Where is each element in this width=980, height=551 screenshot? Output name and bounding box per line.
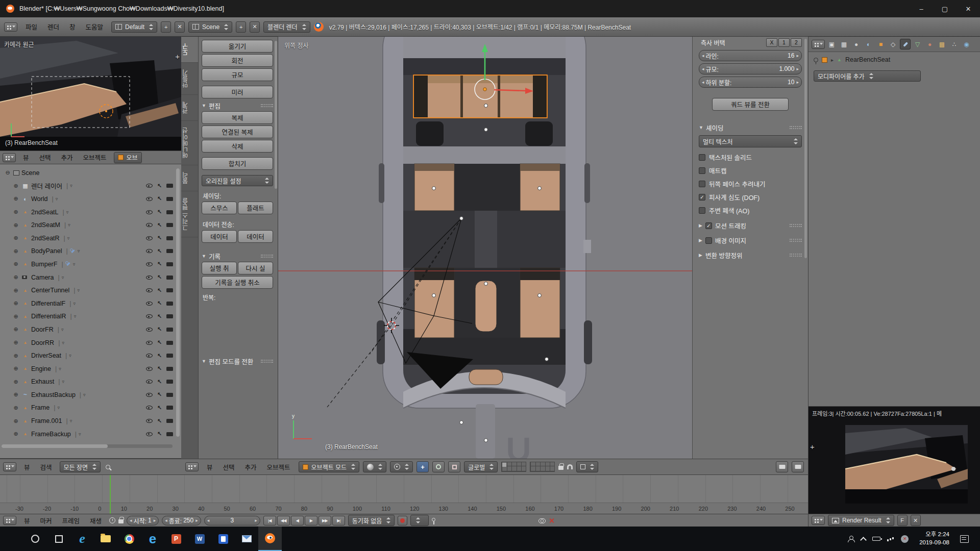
edge-icon[interactable] (70, 527, 94, 551)
opengl-render-anim-button[interactable] (792, 461, 804, 472)
render-visibility-camera-icon[interactable] (166, 249, 173, 253)
outliner-row[interactable]: ⊕ Engine ↖ (0, 362, 181, 375)
render-visibility-camera-icon[interactable] (166, 184, 173, 188)
add-scene-button[interactable]: + (236, 21, 246, 33)
action-center-icon[interactable] (960, 535, 969, 543)
render-layers-icon[interactable] (839, 39, 849, 49)
decrement-arrow-icon[interactable]: ◂ (702, 53, 704, 58)
panel-checkbox-icon[interactable] (705, 237, 712, 244)
frame-end-field[interactable]: ◂ 종료: 250 ▸ (162, 516, 201, 525)
panel-checkbox-icon[interactable] (705, 222, 712, 229)
expand-icon[interactable]: ⊕ (12, 222, 19, 229)
panel-grip-icon[interactable] (790, 126, 802, 129)
axis-toggle-button[interactable]: X (766, 38, 777, 47)
outliner-row[interactable]: ⊕ 2ndSeatM ↖ (0, 218, 181, 232)
region-expand-icon[interactable]: + (810, 442, 815, 451)
set-origin-dropdown[interactable]: 오리진을 설정 (202, 175, 273, 186)
panel-grip-icon[interactable] (790, 254, 802, 257)
tool-button[interactable]: 합치기 (202, 157, 273, 170)
snap-magnet-icon[interactable] (567, 464, 573, 469)
outliner-row[interactable]: ⊕ Camera ↖ (0, 271, 181, 284)
collapsed-panel[interactable]: ▶ 변환 방향정위 (699, 249, 802, 261)
blender-icon[interactable] (258, 527, 282, 551)
shading-panel-header[interactable]: ▼ 셰이딩 (699, 122, 802, 133)
visibility-eye-icon[interactable] (146, 276, 153, 280)
menu-item[interactable]: 선택 (35, 151, 56, 164)
tool-button[interactable]: 데이터 (202, 230, 237, 243)
tool-button[interactable]: 스무스 (202, 202, 237, 214)
menu-item[interactable]: 마커 (36, 514, 57, 527)
ie-icon[interactable] (141, 527, 164, 551)
increment-arrow-icon[interactable]: ▸ (796, 66, 799, 71)
visibility-eye-icon[interactable] (146, 236, 153, 240)
undo-history-button[interactable]: 기록을 실행 취소 (202, 276, 273, 289)
checkbox-icon[interactable] (699, 207, 705, 214)
outliner-row[interactable]: ⊕ DoorFR ↖ (0, 323, 181, 336)
auto-keyframe-record-button[interactable] (398, 516, 407, 525)
render-visibility-camera-icon[interactable] (166, 302, 173, 306)
battery-icon[interactable] (872, 537, 880, 541)
expand-icon[interactable]: ⊕ (12, 261, 19, 267)
timeline[interactable]: -30-20-100102030405060708090100110120130… (0, 474, 808, 514)
expand-icon[interactable]: ⊕ (12, 235, 19, 241)
expand-icon[interactable]: ⊕ (12, 300, 19, 307)
toolshelf-tab[interactable]: 물리 (181, 165, 198, 191)
visibility-eye-icon[interactable] (146, 354, 153, 358)
expand-icon[interactable]: ⊕ (12, 379, 19, 385)
selectability-cursor-icon[interactable]: ↖ (157, 209, 162, 215)
selectability-cursor-icon[interactable]: ↖ (157, 183, 162, 189)
render-visibility-camera-icon[interactable] (166, 354, 173, 358)
expand-icon[interactable]: ⊕ (12, 365, 19, 372)
fake-user-button[interactable]: F (897, 515, 908, 526)
playback-button[interactable]: ▶ (305, 516, 317, 525)
visibility-eye-icon[interactable] (146, 288, 153, 292)
image-editor[interactable]: 프레임:3| 시간:00:05.62 | Ve:28727Fa:27805La:… (808, 406, 980, 527)
collapse-icon[interactable]: ⊖ (4, 169, 11, 176)
tool-button[interactable]: 데이터 (238, 230, 273, 243)
shading-option[interactable]: 택스처된 솔리드 (699, 151, 802, 164)
expand-icon[interactable]: ⊕ (12, 274, 19, 281)
outliner-row-scene[interactable]: ⊖ Scene (0, 166, 181, 180)
physics-icon[interactable] (961, 39, 972, 49)
insert-keyframe-link-icon[interactable] (538, 518, 546, 523)
layers-widget-left[interactable] (501, 462, 526, 472)
layers-widget-right[interactable] (530, 462, 555, 472)
number-field[interactable]: ◂ 규모: 1.000 ▸ (699, 63, 802, 74)
selectability-cursor-icon[interactable]: ↖ (157, 418, 162, 424)
menu-item[interactable]: 추가 (240, 461, 261, 473)
panel-grip-icon[interactable] (261, 104, 273, 107)
toggle-quad-view-button[interactable]: 쿼드 뷰를 전환 (712, 98, 789, 111)
menu-item[interactable]: 도움말 (81, 20, 108, 33)
render-visibility-camera-icon[interactable] (166, 276, 173, 280)
selectability-cursor-icon[interactable]: ↖ (157, 431, 162, 437)
expand-icon[interactable]: ⊕ (12, 248, 19, 255)
selectability-cursor-icon[interactable]: ↖ (157, 353, 162, 359)
expand-icon[interactable]: ⊕ (12, 326, 19, 333)
collapsed-panel[interactable]: ▶ 모션 트래킹 (699, 219, 802, 232)
visibility-eye-icon[interactable] (146, 341, 153, 345)
number-field[interactable]: ◂ 라인: 16 ▸ (699, 50, 802, 61)
editor-type-icon[interactable] (3, 462, 16, 471)
editor-type-icon[interactable] (3, 153, 16, 162)
show-hidden-icons-chevron-icon[interactable] (860, 537, 867, 543)
manipulator-rotate-button[interactable] (432, 461, 445, 472)
toolshelf-tab[interactable]: 애니메이션 (181, 121, 198, 165)
screen-layout-selector[interactable]: Default (111, 21, 157, 33)
current-frame-playhead[interactable] (110, 475, 111, 514)
checkbox-icon[interactable] (699, 181, 705, 187)
pivot-point-selector[interactable] (390, 461, 413, 472)
selectability-cursor-icon[interactable]: ↖ (157, 314, 162, 319)
menu-item[interactable]: 오브젝트 (262, 461, 295, 473)
menu-item[interactable]: 뷰 (19, 514, 35, 527)
menu-item[interactable]: 창 (65, 20, 80, 33)
render-visibility-camera-icon[interactable] (166, 406, 173, 410)
visibility-eye-icon[interactable] (146, 302, 153, 306)
tool-button[interactable]: 규모 (202, 68, 273, 81)
tool-button[interactable]: 미러 (202, 86, 273, 98)
viewport-shading-selector[interactable] (363, 461, 386, 472)
outliner-row[interactable]: ⊕ DoorRR ↖ (0, 336, 181, 349)
object-icon[interactable] (875, 39, 886, 49)
outliner-row[interactable]: ⊕ Frame.001 ↖ (0, 414, 181, 428)
outliner-row[interactable]: ⊕ FrameBackup ↖ (0, 428, 181, 441)
collapsed-panel[interactable]: ▶ 배경 이미지 (699, 234, 802, 246)
